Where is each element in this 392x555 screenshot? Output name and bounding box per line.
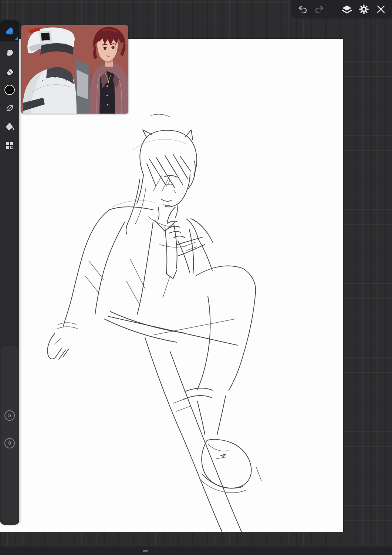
selected-tool-indicator xyxy=(14,37,18,40)
eraser-icon xyxy=(5,67,14,76)
bottom-strip xyxy=(0,546,392,555)
undo-button[interactable] xyxy=(297,3,308,15)
tool-paint[interactable] xyxy=(0,20,19,41)
progress-dash xyxy=(143,550,148,552)
tool-sidebar: S 0 xyxy=(0,20,19,525)
quick-button-0[interactable]: 0 xyxy=(4,438,15,448)
panel-buttons xyxy=(341,3,387,15)
color-swatch-icon xyxy=(4,84,16,96)
redo-button[interactable] xyxy=(314,3,325,15)
leaf-icon xyxy=(5,104,14,113)
reference-image-art xyxy=(21,25,128,114)
tool-layout[interactable] xyxy=(0,136,19,155)
undo-icon xyxy=(298,4,307,14)
settings-button[interactable] xyxy=(358,3,370,15)
close-button[interactable] xyxy=(375,3,387,15)
gear-icon xyxy=(359,4,369,14)
quick-button-s[interactable]: S xyxy=(4,410,15,421)
top-action-bar xyxy=(291,0,392,18)
fill-bucket-icon xyxy=(5,122,14,132)
redo-icon xyxy=(315,4,324,14)
reference-image[interactable] xyxy=(21,25,128,114)
tool-fill[interactable] xyxy=(0,118,19,136)
layout-grid-icon xyxy=(5,141,14,150)
history-buttons xyxy=(297,3,325,15)
tool-blend[interactable] xyxy=(0,99,19,118)
layers-button[interactable] xyxy=(341,3,353,15)
close-icon xyxy=(376,4,386,14)
smudge-icon xyxy=(5,48,14,57)
tool-color-swatch[interactable] xyxy=(0,81,19,99)
tool-smudge[interactable] xyxy=(0,44,19,62)
slider-panel[interactable] xyxy=(1,346,18,523)
layers-icon xyxy=(341,4,352,14)
paint-brush-icon xyxy=(5,27,14,36)
tool-eraser[interactable] xyxy=(0,62,19,81)
